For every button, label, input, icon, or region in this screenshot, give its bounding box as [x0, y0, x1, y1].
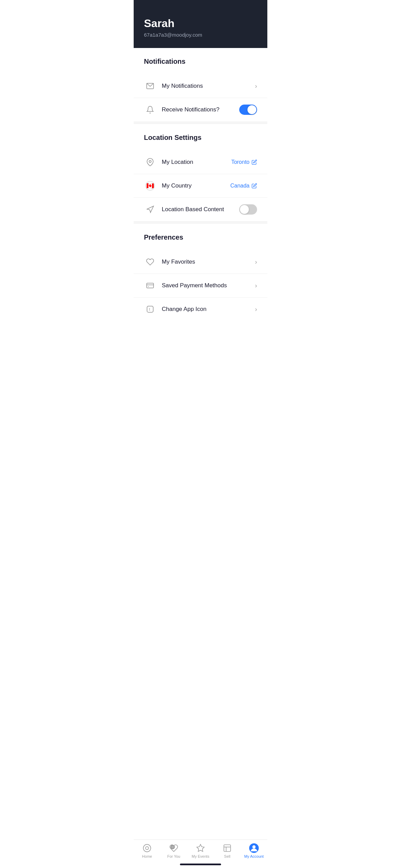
location-value[interactable]: Toronto [231, 159, 257, 165]
my-country-label: My Country [162, 182, 230, 189]
my-favorites-row[interactable]: My Favorites › [134, 250, 267, 274]
profile-header: Sarah 67a1a7a3@moodjoy.com [134, 0, 267, 48]
divider-2 [134, 221, 267, 224]
location-based-content-label: Location Based Content [162, 206, 239, 213]
location-list: My Location Toronto 🇨🇦 My Country Canada [134, 150, 267, 221]
chevron-right-icon: › [255, 306, 257, 313]
location-pin-icon [144, 156, 156, 168]
country-value[interactable]: Canada [230, 183, 257, 189]
saved-payment-methods-row[interactable]: Saved Payment Methods › [134, 274, 267, 298]
preferences-section: Preferences [134, 224, 267, 250]
chevron-right-icon: › [255, 258, 257, 266]
location-title: Location Settings [144, 134, 257, 142]
notifications-list: My Notifications › Receive Notifications… [134, 74, 267, 121]
preferences-list: My Favorites › Saved Payment Methods › t [134, 250, 267, 321]
my-location-label: My Location [162, 159, 231, 166]
chevron-right-icon: › [255, 282, 257, 289]
notifications-section: Notifications [134, 48, 267, 74]
app-icon-icon: t [144, 303, 156, 315]
my-location-row[interactable]: My Location Toronto [134, 150, 267, 174]
navigation-icon [144, 203, 156, 216]
my-notifications-label: My Notifications [162, 83, 255, 89]
location-based-content-row[interactable]: Location Based Content [134, 198, 267, 221]
change-app-icon-label: Change App Icon [162, 306, 255, 313]
divider-1 [134, 121, 267, 124]
my-favorites-label: My Favorites [162, 258, 255, 265]
receive-notifications-toggle[interactable] [239, 105, 257, 115]
bell-icon [144, 104, 156, 116]
chevron-right-icon: › [255, 83, 257, 90]
my-notifications-row[interactable]: My Notifications › [134, 74, 267, 98]
notifications-title: Notifications [144, 58, 257, 65]
svg-point-1 [149, 160, 151, 162]
user-email: 67a1a7a3@moodjoy.com [144, 32, 257, 38]
receive-notifications-label: Receive Notifications? [162, 106, 239, 113]
svg-text:t: t [149, 308, 150, 311]
canada-flag-icon: 🇨🇦 [144, 180, 156, 192]
svg-rect-4 [147, 306, 153, 312]
change-app-icon-row[interactable]: t Change App Icon › [134, 298, 267, 321]
location-section: Location Settings [134, 124, 267, 150]
svg-rect-3 [147, 283, 154, 288]
heart-icon [144, 256, 156, 268]
svg-marker-2 [147, 206, 154, 213]
my-country-row[interactable]: 🇨🇦 My Country Canada [134, 174, 267, 198]
envelope-icon [144, 80, 156, 92]
location-based-content-toggle[interactable] [239, 204, 257, 215]
wallet-icon [144, 279, 156, 292]
preferences-title: Preferences [144, 233, 257, 241]
receive-notifications-row[interactable]: Receive Notifications? [134, 98, 267, 121]
saved-payment-methods-label: Saved Payment Methods [162, 282, 255, 289]
user-name: Sarah [144, 17, 257, 30]
